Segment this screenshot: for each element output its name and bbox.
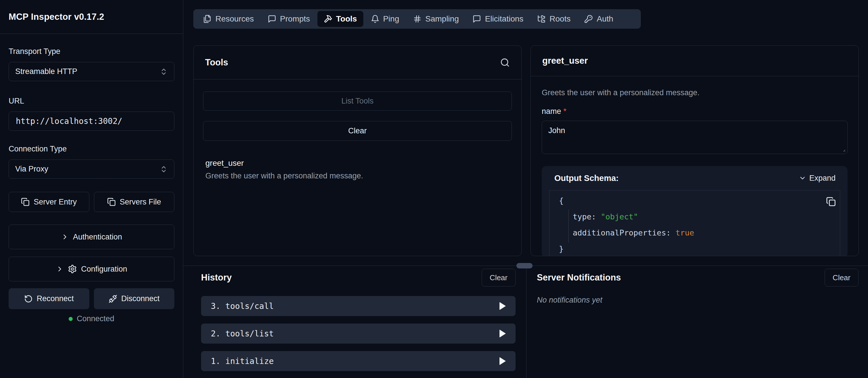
tab-label: Elicitations: [485, 14, 523, 24]
connection-type-label: Connection Type: [9, 144, 174, 154]
play-icon: [499, 302, 506, 310]
tab-auth[interactable]: Auth: [578, 11, 620, 27]
expand-schema-button[interactable]: Expand: [799, 174, 836, 183]
clear-history-button[interactable]: Clear: [482, 269, 516, 286]
authentication-toggle[interactable]: Authentication: [9, 225, 174, 249]
code-prop-additional: additionalProperties: true: [550, 225, 840, 241]
authentication-label: Authentication: [73, 233, 122, 241]
code-prop-type: type: "object": [550, 209, 840, 225]
tab-label: Auth: [596, 14, 613, 24]
configuration-toggle[interactable]: Configuration: [9, 257, 174, 281]
tool-description: Greets the user with a personalized mess…: [205, 171, 509, 180]
schema-code-block: { type: "object" additionalProperties: t…: [549, 190, 840, 256]
chevron-down-icon: [799, 174, 806, 182]
url-label: URL: [9, 96, 174, 106]
top-region: Resources Prompts Tools: [183, 0, 868, 266]
sidebar-body: Transport Type Streamable HTTP URL Conne…: [0, 34, 183, 323]
hash-icon: [413, 14, 422, 23]
tab-roots[interactable]: Roots: [531, 11, 577, 27]
tab-elicitations[interactable]: Elicitations: [466, 11, 530, 27]
param-label-text: name: [542, 107, 561, 115]
servers-file-label: Servers File: [120, 198, 161, 206]
server-notifications-panel: Server Notifications Clear No notificati…: [526, 266, 868, 378]
clear-notifications-button[interactable]: Clear: [825, 269, 859, 286]
tab-resources[interactable]: Resources: [197, 11, 260, 27]
reconnect-label: Reconnect: [37, 294, 74, 303]
history-item-tools-list[interactable]: 2. tools/list: [201, 323, 516, 344]
configuration-label: Configuration: [81, 265, 127, 274]
code-key: additionalProperties: [573, 228, 666, 237]
key-icon: [584, 14, 593, 23]
tab-tools[interactable]: Tools: [317, 11, 363, 27]
connected-status-dot: [69, 317, 73, 321]
copy-icon: [21, 198, 30, 206]
copy-icon: [826, 197, 836, 206]
chevrons-up-down-icon: [160, 68, 168, 76]
sidebar: MCP Inspector v0.17.2 Transport Type Str…: [0, 0, 183, 378]
required-marker: *: [563, 107, 567, 115]
tab-label: Roots: [550, 14, 570, 24]
sidebar-header: MCP Inspector v0.17.2: [0, 0, 183, 34]
reconnect-button[interactable]: Reconnect: [9, 288, 89, 309]
code-literal-value: true: [676, 228, 694, 237]
list-tools-button[interactable]: List Tools: [203, 92, 512, 111]
mcp-inspector-app: MCP Inspector v0.17.2 Transport Type Str…: [0, 0, 868, 378]
server-notifications-title: Server Notifications: [537, 272, 621, 283]
message-square-icon: [268, 14, 276, 23]
message-square-icon: [472, 14, 481, 23]
rotate-ccw-icon: [24, 295, 33, 303]
tab-label: Tools: [336, 14, 357, 24]
param-name-label: name*: [542, 107, 847, 116]
code-sep: :: [591, 212, 601, 221]
chevron-right-icon: [56, 265, 64, 273]
bell-icon: [371, 14, 379, 23]
history-panel: History Clear 3. tools/call 2. tools/lis…: [183, 266, 526, 378]
connection-type-value: Via Proxy: [15, 165, 48, 173]
transport-type-value: Streamable HTTP: [15, 67, 77, 76]
disconnect-button[interactable]: Disconnect: [94, 288, 175, 309]
tab-label: Resources: [215, 14, 254, 24]
files-icon: [203, 14, 212, 23]
clear-tools-button[interactable]: Clear: [203, 121, 512, 141]
tab-ping[interactable]: Ping: [365, 11, 406, 27]
connection-status: Connected: [9, 314, 174, 323]
output-schema-card: Output Schema: Expand: [542, 166, 847, 256]
tab-sampling[interactable]: Sampling: [407, 11, 465, 27]
history-title: History: [201, 272, 232, 283]
hammer-icon: [324, 14, 332, 23]
gear-icon: [68, 265, 77, 274]
play-icon: [499, 330, 506, 338]
transport-type-select[interactable]: Streamable HTTP: [9, 62, 174, 81]
search-icon: [500, 58, 510, 67]
code-key: type: [573, 212, 591, 221]
tab-label: Ping: [383, 14, 399, 24]
tool-detail-panel: greet_user Greets the user with a person…: [530, 45, 859, 256]
code-string-value: "object": [601, 212, 638, 221]
connection-type-select[interactable]: Via Proxy: [9, 160, 174, 179]
panel-resize-handle[interactable]: [517, 263, 532, 269]
folder-tree-icon: [537, 14, 546, 23]
tool-list-item[interactable]: greet_user Greets the user with a person…: [203, 159, 512, 180]
url-input[interactable]: [9, 111, 174, 131]
code-open-brace: {: [550, 193, 840, 209]
tool-detail-description: Greets the user with a personalized mess…: [542, 88, 847, 98]
tool-detail-title: greet_user: [542, 56, 588, 66]
bottom-region: History Clear 3. tools/call 2. tools/lis…: [183, 266, 868, 378]
copy-icon: [107, 198, 116, 206]
tools-panel: Tools List Tools Clear greet_user Greets: [193, 45, 522, 256]
notifications-empty-text: No notifications yet: [537, 296, 859, 305]
param-name-input[interactable]: John: [542, 121, 847, 154]
search-button[interactable]: [500, 58, 510, 67]
history-item-label: 2. tools/list: [211, 329, 274, 338]
tab-label: Sampling: [425, 14, 459, 24]
servers-file-button[interactable]: Servers File: [94, 192, 175, 212]
copy-schema-button[interactable]: [826, 197, 836, 206]
code-sep: :: [666, 228, 676, 237]
history-item-tools-call[interactable]: 3. tools/call: [201, 296, 516, 316]
disconnect-label: Disconnect: [121, 294, 160, 303]
history-item-initialize[interactable]: 1. initialize: [201, 351, 516, 371]
tab-bar: Resources Prompts Tools: [193, 9, 641, 29]
tab-prompts[interactable]: Prompts: [261, 11, 316, 27]
server-entry-button[interactable]: Server Entry: [9, 192, 89, 212]
chevrons-up-down-icon: [160, 165, 168, 173]
